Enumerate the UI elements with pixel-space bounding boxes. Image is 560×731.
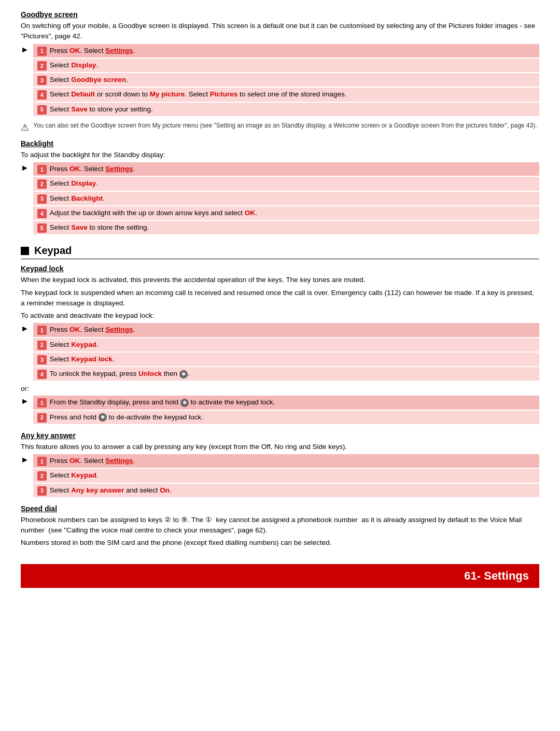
backlight-title: Backlight [21, 139, 539, 148]
kl-step-1-text: Press OK. Select Settings. [50, 325, 535, 335]
kl-step-1: 1 Press OK. Select Settings. [33, 323, 539, 336]
backlight-arrow-icon: ► [21, 163, 29, 173]
footer-bar: 61- Settings [21, 564, 539, 588]
aka-step-2-text: Select Keypad. [50, 470, 535, 481]
backlight-step-2: 2 Select Display. [33, 177, 539, 190]
or-text: or: [21, 385, 539, 392]
backlight-step-1: 1 Press OK. Select Settings. [33, 162, 539, 176]
bl-step-num-4: 4 [37, 209, 47, 218]
backlight-step-5-text: Select Save to store the setting. [50, 222, 535, 233]
goodbye-screen-title: Goodbye screen [21, 10, 539, 19]
aka-step-1: 1 Press OK. Select Settings. [33, 454, 539, 468]
warning-icon: ⚠ [21, 121, 29, 134]
kl2-step-num-2: 2 [37, 413, 47, 423]
speed-dial-section: Speed dial Phonebook numbers can be assi… [21, 504, 539, 549]
step-num-1: 1 [37, 47, 47, 56]
goodbye-step-3-text: Select Goodbye screen. [50, 75, 535, 85]
kl-step-num-2: 2 [37, 341, 47, 350]
backlight-step-5: 5 Select Save to store the setting. [33, 221, 539, 234]
goodbye-screen-intro: On switching off your mobile, a Goodbye … [21, 21, 539, 42]
backlight-step-4: 4 Adjust the backlight with the up or do… [33, 206, 539, 220]
backlight-step-3-text: Select Backlight. [50, 193, 535, 204]
kl-step-2: 2 Select Keypad. [33, 338, 539, 352]
speed-dial-para2: Numbers stored in both the SIM card and … [21, 538, 539, 548]
star-icon-3: ✱ [99, 413, 107, 421]
kl2-step-2-text: Press and hold ✱ to de-activate the keyp… [50, 412, 535, 423]
goodbye-step-4: 4 Select Default or scroll down to My pi… [33, 88, 539, 101]
backlight-step-3: 3 Select Backlight. [33, 192, 539, 205]
keypad-lock-section: Keypad lock When the keypad lock is acti… [21, 264, 539, 425]
backlight-section: Backlight To adjust the backlight for th… [21, 139, 539, 236]
goodbye-steps: 1 Press OK. Select Settings. 2 Select Di… [33, 44, 539, 117]
kl2-step-1: 1 From the Standby display, press and ho… [33, 396, 539, 409]
backlight-step-4-text: Adjust the backlight with the up or down… [50, 208, 535, 218]
aka-step-3-text: Select Any key answer and select On. [50, 485, 535, 496]
kl-step-3: 3 Select Keypad lock. [33, 353, 539, 366]
step-num-2: 2 [37, 61, 47, 71]
kl-step-num-3: 3 [37, 355, 47, 364]
backlight-steps: 1 Press OK. Select Settings. 2 Select Di… [33, 162, 539, 235]
keypad-lock-para2: The keypad lock is suspended when an inc… [21, 288, 539, 309]
step-num-3: 3 [37, 76, 47, 85]
kl-step-4-text: To unlock the keypad, press Unlock then … [50, 369, 535, 379]
goodbye-step-3: 3 Select Goodbye screen. [33, 73, 539, 87]
keypad-lock-title: Keypad lock [21, 264, 539, 273]
goodbye-step-2: 2 Select Display. [33, 59, 539, 72]
aka-step-3: 3 Select Any key answer and select On. [33, 484, 539, 497]
bl-step-num-2: 2 [37, 179, 47, 189]
kl2-step-2: 2 Press and hold ✱ to de-activate the ke… [33, 411, 539, 424]
keypad-lock-steps2-group: ► 1 From the Standby display, press and … [21, 396, 539, 425]
keypad-section-header: Keypad [21, 245, 539, 259]
aka-step-1-text: Press OK. Select Settings. [50, 456, 535, 466]
any-key-steps-group: ► 1 Press OK. Select Settings. 2 Select … [21, 454, 539, 498]
step-num-5: 5 [37, 105, 47, 115]
backlight-step-2-text: Select Display. [50, 178, 535, 189]
aka-step-num-2: 2 [37, 471, 47, 481]
kl-step-num-1: 1 [37, 326, 47, 335]
keypad-lock-steps1-group: ► 1 Press OK. Select Settings. 2 Select … [21, 323, 539, 382]
any-key-answer-intro: This feature allows you to answer a call… [21, 442, 539, 452]
star-icon-1: ✱ [179, 370, 188, 378]
goodbye-warning: ⚠ You can also set the Goodbye screen fr… [21, 121, 539, 134]
kl2-step-1-text: From the Standby display, press and hold… [50, 397, 535, 407]
kl2-step-num-1: 1 [37, 398, 47, 407]
bl-step-num-3: 3 [37, 194, 47, 204]
backlight-step-1-text: Press OK. Select Settings. [50, 164, 535, 174]
aka-step-2: 2 Select Keypad. [33, 469, 539, 482]
goodbye-step-5-text: Select Save to store your setting. [50, 104, 535, 115]
any-key-answer-title: Any key answer [21, 431, 539, 440]
kl-step-num-4: 4 [37, 370, 47, 379]
kl-step-3-text: Select Keypad lock. [50, 354, 535, 364]
keypad-lock-steps2: 1 From the Standby display, press and ho… [33, 396, 539, 425]
kl-step-4: 4 To unlock the keypad, press Unlock the… [33, 367, 539, 381]
goodbye-step-1-text: Press OK. Select Settings. [50, 46, 535, 56]
any-key-answer-section: Any key answer This feature allows you t… [21, 431, 539, 498]
keypad-lock-para1: When the keypad lock is activated, this … [21, 275, 539, 285]
kl-arrow-icon-2: ► [21, 397, 29, 406]
goodbye-step-4-text: Select Default or scroll down to My pict… [50, 89, 535, 100]
keypad-section-title: Keypad [34, 245, 72, 257]
backlight-intro: To adjust the backlight for the Standby … [21, 150, 539, 160]
aka-step-num-3: 3 [37, 486, 47, 496]
bl-step-num-1: 1 [37, 165, 47, 174]
footer-page-num: 61 [464, 569, 477, 582]
goodbye-warning-text: You can also set the Goodbye screen from… [33, 121, 537, 134]
goodbye-step-2-text: Select Display. [50, 60, 535, 71]
goodbye-steps-group: ► 1 Press OK. Select Settings. 2 Select … [21, 44, 539, 117]
aka-arrow-icon: ► [21, 455, 29, 465]
goodbye-step-5: 5 Select Save to store your setting. [33, 103, 539, 116]
kl-step-2-text: Select Keypad. [50, 340, 535, 350]
arrow-icon: ► [21, 45, 29, 54]
aka-step-num-1: 1 [37, 457, 47, 466]
speed-dial-title: Speed dial [21, 504, 539, 513]
goodbye-step-1: 1 Press OK. Select Settings. [33, 44, 539, 58]
any-key-steps: 1 Press OK. Select Settings. 2 Select Ke… [33, 454, 539, 498]
backlight-steps-group: ► 1 Press OK. Select Settings. 2 Select … [21, 162, 539, 235]
footer-label: Settings [484, 569, 529, 582]
keypad-lock-steps1: 1 Press OK. Select Settings. 2 Select Ke… [33, 323, 539, 382]
star-icon-2: ✱ [180, 399, 189, 407]
kl-arrow-icon-1: ► [21, 324, 29, 333]
speed-dial-para1: Phonebook numbers can be assigned to key… [21, 515, 539, 536]
goodbye-screen-section: Goodbye screen On switching off your mob… [21, 10, 539, 134]
keypad-lock-para3: To activate and deactivate the keypad lo… [21, 311, 539, 321]
